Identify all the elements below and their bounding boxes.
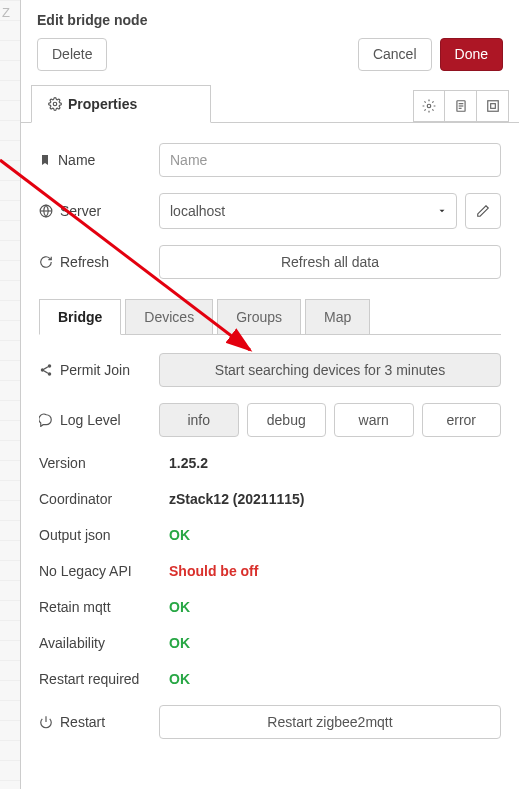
inner-tab-groups[interactable]: Groups (217, 299, 301, 335)
row-log-level: Log Level infodebugwarnerror (21, 395, 519, 445)
row-restart: Restart Restart zigbee2mqtt (21, 697, 519, 747)
server-label: Server (60, 203, 101, 219)
form-body: Name Server localhost (21, 123, 519, 747)
delete-button[interactable]: Delete (37, 38, 107, 71)
svg-rect-6 (487, 101, 498, 112)
inner-tabs: BridgeDevicesGroupsMap (39, 299, 501, 335)
kv-label: Coordinator (39, 491, 169, 507)
kv-label: Availability (39, 635, 169, 651)
kv-value: Should be off (169, 563, 258, 579)
log-level-segments: infodebugwarnerror (159, 403, 501, 437)
log-level-info[interactable]: info (159, 403, 239, 437)
kv-row: Version1.25.2 (21, 445, 519, 481)
cancel-button[interactable]: Cancel (358, 38, 432, 71)
kv-label: Retain mqtt (39, 599, 169, 615)
inner-tab-bridge[interactable]: Bridge (39, 299, 121, 335)
kv-row: Output jsonOK (21, 517, 519, 553)
restart-label: Restart (60, 714, 105, 730)
svg-line-14 (44, 371, 48, 373)
tab-properties[interactable]: Properties (31, 85, 211, 123)
edit-panel: Edit bridge node Delete Cancel Done Prop… (20, 0, 519, 789)
kv-row: Retain mqttOK (21, 589, 519, 625)
name-label: Name (58, 152, 95, 168)
kv-label: Restart required (39, 671, 169, 687)
panel-title: Edit bridge node (21, 0, 519, 38)
expand-button[interactable] (477, 90, 509, 122)
share-icon (39, 363, 53, 377)
kv-row: No Legacy APIShould be off (21, 553, 519, 589)
kv-value: 1.25.2 (169, 455, 208, 471)
permit-join-button[interactable]: Start searching devices for 3 minutes (159, 353, 501, 387)
outer-tabs: Properties (21, 85, 519, 123)
settings-button[interactable] (413, 90, 445, 122)
svg-line-13 (44, 367, 48, 369)
log-level-label: Log Level (60, 412, 121, 428)
kv-label: No Legacy API (39, 563, 169, 579)
permit-join-label: Permit Join (60, 362, 130, 378)
kv-value: zStack12 (20211115) (169, 491, 304, 507)
kv-row: Restart requiredOK (21, 661, 519, 697)
power-icon (39, 715, 53, 729)
action-row: Delete Cancel Done (21, 38, 519, 85)
restart-button[interactable]: Restart zigbee2mqtt (159, 705, 501, 739)
kv-value: OK (169, 635, 190, 651)
svg-point-1 (427, 104, 431, 108)
svg-point-10 (48, 364, 52, 368)
kv-label: Output json (39, 527, 169, 543)
kv-row: CoordinatorzStack12 (20211115) (21, 481, 519, 517)
inner-tab-map[interactable]: Map (305, 299, 370, 335)
svg-rect-7 (490, 103, 495, 108)
log-level-debug[interactable]: debug (247, 403, 327, 437)
row-server: Server localhost (21, 185, 519, 237)
kv-value: OK (169, 599, 190, 615)
grid-letter: Z (2, 5, 10, 20)
refresh-all-button[interactable]: Refresh all data (159, 245, 501, 279)
bookmark-icon (39, 153, 51, 167)
name-input[interactable] (159, 143, 501, 177)
edit-server-button[interactable] (465, 193, 501, 229)
icon-toolbar (413, 90, 509, 122)
done-button[interactable]: Done (440, 38, 503, 71)
comment-icon (39, 413, 53, 427)
refresh-label: Refresh (60, 254, 109, 270)
globe-icon (39, 204, 53, 218)
inner-tab-devices[interactable]: Devices (125, 299, 213, 335)
row-refresh: Refresh Refresh all data (21, 237, 519, 287)
kv-row: AvailabilityOK (21, 625, 519, 661)
doc-button[interactable] (445, 90, 477, 122)
gear-icon (48, 97, 62, 111)
kv-value: OK (169, 671, 190, 687)
svg-point-11 (41, 368, 45, 372)
log-level-error[interactable]: error (422, 403, 502, 437)
svg-point-12 (48, 372, 52, 376)
log-level-warn[interactable]: warn (334, 403, 414, 437)
tab-properties-label: Properties (68, 96, 137, 112)
svg-point-0 (53, 102, 57, 106)
kv-label: Version (39, 455, 169, 471)
refresh-icon (39, 255, 53, 269)
kv-value: OK (169, 527, 190, 543)
row-name: Name (21, 135, 519, 185)
row-permit-join: Permit Join Start searching devices for … (21, 345, 519, 395)
server-select[interactable]: localhost (159, 193, 457, 229)
workspace-grid: Z (0, 0, 20, 789)
